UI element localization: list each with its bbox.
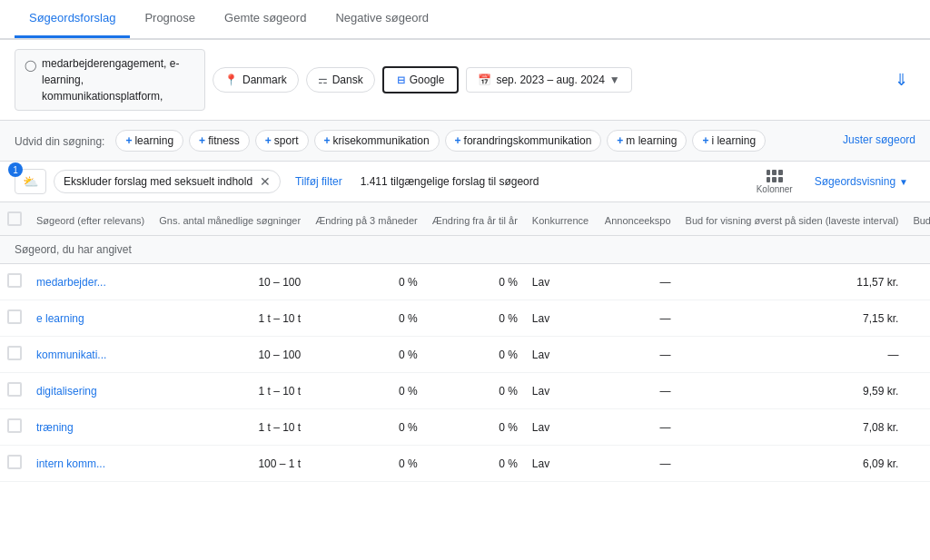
row-keyword: træning [29,409,152,446]
row-checkbox[interactable] [7,346,22,360]
expand-row: Udvid din søgning: + learning + fitness … [0,121,930,162]
row-checkbox-cell[interactable] [0,373,29,409]
chip-label: m learning [626,134,677,147]
date-range-label: sep. 2023 – aug. 2024 [496,74,604,86]
top-bar: ◯ medarbejderengagement, e-learning, kom… [0,40,930,121]
row-change3m: 0 % [308,409,425,446]
row-keyword: medarbejder... [29,264,152,300]
chip-sport[interactable]: + sport [255,130,309,152]
language-chip[interactable]: ⚎ Dansk [306,67,375,93]
row-competition: Lav [525,300,598,337]
th-annonce: Annonceekspo [598,202,678,236]
row-monthly: 100 – 1 t [152,446,308,482]
date-range-chip[interactable]: 📅 sep. 2023 – aug. 2024 ▼ [466,67,631,93]
view-dropdown[interactable]: Søgeordsvisning ▼ [807,172,915,192]
chip-m-learning[interactable]: + m learning [607,130,687,152]
chip-label: sport [274,134,299,147]
row-checkbox[interactable] [7,418,22,433]
row-bid-low: 7,08 kr. [678,409,906,446]
th-checkbox[interactable] [0,202,29,236]
table-row: kommunikati... 10 – 100 0 % 0 % Lav — — … [0,337,930,373]
chip-label: i learning [711,134,756,147]
row-competition: Lav [525,409,598,446]
location-chip[interactable]: 📍 Danmark [213,67,299,93]
row-change3m: 0 % [308,264,425,300]
table-row: medarbejder... 10 – 100 0 % 0 % Lav — 11… [0,264,930,300]
section-header-row: Søgeord, du har angivet [0,236,930,264]
row-keyword: e learning [29,300,152,337]
row-bid-high: 40,79 kr. [905,373,930,409]
row-annonce: — [598,373,678,409]
chip-label: forandringskommunikation [464,134,592,147]
row-checkbox-cell[interactable] [0,264,29,300]
th-ændring-år: Ændring fra år til år [425,202,525,236]
filter-bar: 1 ⛅ Ekskluder forslag med seksuelt indho… [0,162,930,202]
search-engine-icon: ⊟ [397,74,405,86]
row-annonce: — [598,409,678,446]
row-competition: Lav [525,264,598,300]
plus-icon: + [455,134,461,147]
th-bud-lav: Bud for visning øverst på siden (laveste… [678,202,906,236]
row-checkbox[interactable] [7,382,22,397]
language-label: Dansk [332,74,363,86]
add-filter-button[interactable]: Tilføj filter [288,172,350,192]
row-checkbox-cell[interactable] [0,446,29,482]
th-gns-månedlige: Gns. antal månedlige søgninger [152,202,308,236]
row-competition: Lav [525,373,598,409]
filter-icon: ⛅ [23,174,38,189]
keyword-box[interactable]: ◯ medarbejderengagement, e-learning, kom… [15,49,205,111]
tab-prognose[interactable]: Prognose [130,0,210,38]
chip-forandringskommunikation[interactable]: + forandringskommunikation [445,130,602,152]
chip-krisekommunikation[interactable]: + krisekommunikation [314,130,440,152]
row-bid-low: 7,15 kr. [678,300,906,337]
row-checkbox-cell[interactable] [0,337,29,373]
row-change-yoy: 0 % [425,264,525,300]
row-annonce: — [598,264,678,300]
row-change-yoy: 0 % [425,446,525,482]
loading-icon: ◯ [25,57,36,74]
row-change3m: 0 % [308,446,425,482]
row-checkbox-cell[interactable] [0,300,29,337]
row-change3m: 0 % [308,300,425,337]
download-button[interactable]: ⇓ [887,66,915,93]
row-keyword: intern komm... [29,446,152,482]
tab-søgeordsforslag[interactable]: Søgeordsforslag [15,0,130,38]
row-checkbox[interactable] [7,273,22,288]
tab-negative-søgeord[interactable]: Negative søgeord [321,0,443,38]
location-label: Danmark [242,74,287,86]
row-checkbox-cell[interactable] [0,409,29,446]
plus-icon: + [125,134,132,147]
columns-icon [767,170,783,182]
row-keyword: kommunikati... [29,337,152,373]
table-row: intern komm... 100 – 1 t 0 % 0 % Lav — 6… [0,446,930,482]
table-row: digitalisering 1 t – 10 t 0 % 0 % Lav — … [0,373,930,409]
view-label: Søgeordsvisning [815,175,895,188]
columns-button[interactable]: Kolonner [757,170,793,194]
chip-fitness[interactable]: + fitness [189,130,250,152]
chip-i-learning[interactable]: + i learning [692,130,766,152]
row-monthly: 1 t – 10 t [152,300,308,337]
row-bid-low: 9,59 kr. [678,373,906,409]
search-engine-chip[interactable]: ⊟ Google [382,66,460,93]
row-bid-high: 26,30 kr. [905,300,930,337]
row-monthly: 10 – 100 [152,264,308,300]
chip-label: learning [134,134,173,147]
table-container: Søgeord (efter relevans) Gns. antal måne… [0,202,930,560]
columns-label: Kolonner [757,184,793,194]
chevron-down-icon: ▼ [899,177,908,187]
select-all-checkbox[interactable] [7,211,22,226]
juster-button[interactable]: Juster søgeord [843,130,915,146]
row-bid-low: 6,09 kr. [678,446,906,482]
chip-label: krisekommunikation [333,134,430,147]
exclude-chip: Ekskluder forslag med seksuelt indhold ✕ [54,170,281,193]
filter-button[interactable]: 1 ⛅ [15,169,46,194]
chips-wrap: + learning + fitness + sport + krisekomm… [115,130,828,152]
chip-learning[interactable]: + learning [115,130,183,152]
row-monthly: 1 t – 10 t [152,409,308,446]
row-checkbox[interactable] [7,455,22,469]
tab-gemte-søgeord[interactable]: Gemte søgeord [210,0,321,38]
row-checkbox[interactable] [7,309,22,324]
row-competition: Lav [525,337,598,373]
close-icon[interactable]: ✕ [260,174,271,189]
row-annonce: — [598,446,678,482]
